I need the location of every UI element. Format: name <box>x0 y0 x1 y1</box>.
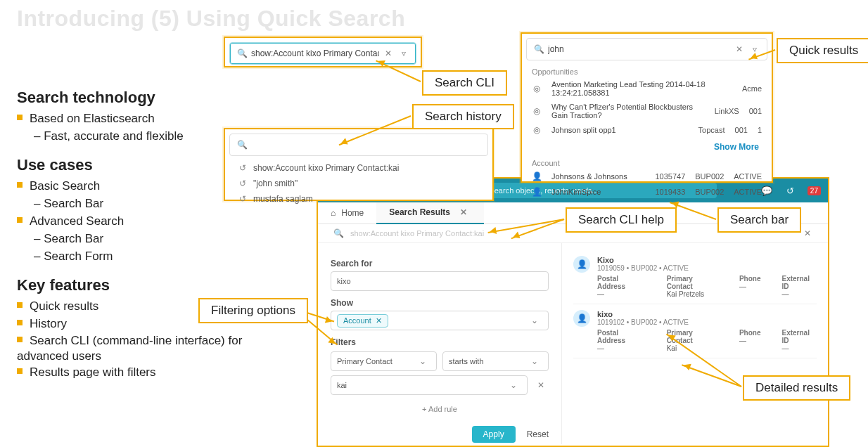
result-card[interactable]: 👤 Kixo 1019059 • BUP002 • ACTIVE Postal … <box>573 250 817 304</box>
col-value: — <box>781 290 817 298</box>
quick-search-input[interactable] <box>547 44 732 55</box>
col-value: — <box>739 283 761 290</box>
quick-result-col: LinkXS <box>715 107 739 115</box>
quick-section-opps: Opportunities <box>522 65 772 77</box>
callout-cli-help: Search CLI help <box>566 207 677 233</box>
filter-value-text: kai <box>337 381 347 389</box>
col-value: — <box>597 290 646 298</box>
quick-search-field[interactable]: 🔍 ✕ ▿ <box>526 38 767 60</box>
callout-search-history: Search history <box>412 104 514 129</box>
callout-search-bar: Search bar <box>717 207 801 233</box>
search-icon: 🔍 <box>534 44 544 54</box>
detail-panel: 👤 Kixo 1019059 • BUP002 • ACTIVE Postal … <box>562 243 828 444</box>
add-rule-button[interactable]: + Add rule <box>331 405 549 413</box>
result-meta: 1019059 • BUP002 • ACTIVE <box>597 264 817 272</box>
filter-panel: Search for kixo Show Account✕ ⌄ Filters … <box>318 243 562 444</box>
filter-icon[interactable]: ▿ <box>399 48 409 58</box>
quick-result-col: 001 <box>749 107 762 115</box>
col-header: Primary Contact <box>667 275 718 290</box>
close-icon[interactable]: ✕ <box>459 207 468 217</box>
filter-field-select[interactable]: Primary Contact⌄ <box>331 351 437 371</box>
quick-result-col: Acme <box>742 84 762 93</box>
clear-icon[interactable]: ✕ <box>734 44 744 54</box>
avatar-icon: 👤 <box>573 256 590 273</box>
history-item-label: mustafa saglam <box>253 194 313 204</box>
show-select[interactable]: Account✕ ⌄ <box>331 311 549 330</box>
search-icon: 🔍 <box>333 228 343 238</box>
filter-op-select[interactable]: starts with⌄ <box>442 351 549 371</box>
history-item[interactable]: ↺show:Account kixo Primary Contact:kai <box>225 160 492 176</box>
person-icon: 👤 <box>532 171 542 181</box>
chevron-down-icon: ⌄ <box>418 356 428 366</box>
chevron-down-icon: ⌄ <box>530 356 540 366</box>
cli-search-popup: 🔍 ✕ ▿ <box>224 37 422 67</box>
quick-result-row[interactable]: 👤JohnKimSpice1019433BUP002ACTIVE <box>522 184 772 200</box>
result-name: kixo <box>597 310 817 318</box>
clock-icon: ↺ <box>238 163 248 173</box>
result-meta: 1019102 • BUP002 • ACTIVE <box>597 318 817 326</box>
quick-result-col: 001 <box>735 126 748 134</box>
quick-result-col: 1 <box>758 126 762 134</box>
avatar-icon: 👤 <box>573 310 590 327</box>
cli-search-field[interactable]: 🔍 ✕ ▿ <box>229 42 416 65</box>
heading-search-tech: Search technology <box>17 89 284 107</box>
quick-result-title: JohnKimSpice <box>551 188 645 196</box>
quick-result-title: Avention Marketing Lead Testing 2014-04-… <box>551 80 732 97</box>
history-item-label: "john smith" <box>253 179 298 188</box>
search-for-input[interactable]: kixo <box>331 271 549 291</box>
bullet-cli: Search CLI (command-line interface) for … <box>17 333 284 363</box>
tab-label: Search Results <box>389 207 450 217</box>
clear-icon[interactable]: ✕ <box>383 48 393 58</box>
quick-result-row[interactable]: 👤Johnsons & Johnsons1035747BUP002ACTIVE <box>522 169 772 184</box>
quick-result-row[interactable]: ◎Avention Marketing Lead Testing 2014-04… <box>522 77 772 100</box>
subbullet-adv-form: Search Form <box>17 249 284 265</box>
filter-field-value: Primary Contact <box>337 357 392 365</box>
reset-button[interactable]: Reset <box>527 429 549 439</box>
search-for-value: kixo <box>337 277 351 285</box>
bullet-elastic: Based on Elasticsearch <box>17 111 284 127</box>
cli-help-placeholder: show:Account kixo Primary Contact:kai <box>350 229 484 238</box>
label-show: Show <box>331 298 549 308</box>
chevron-down-icon: ⌄ <box>509 380 518 390</box>
person-icon: 👤 <box>532 187 542 197</box>
home-icon: ⌂ <box>331 208 336 218</box>
callout-search-cli: Search CLI <box>422 70 507 96</box>
filter-value-input[interactable]: kai⌄ <box>331 375 528 395</box>
quick-result-col: ACTIVE <box>734 172 762 181</box>
col-value: — <box>597 344 646 352</box>
quick-results-popup: 🔍 ✕ ▿ Opportunities ◎Avention Marketing … <box>521 32 773 183</box>
filter-op-value: starts with <box>449 357 484 365</box>
show-chip[interactable]: Account✕ <box>337 314 388 328</box>
quick-result-title: Why Can't Pfizer's Potential Blockbuster… <box>551 103 705 119</box>
quick-result-col: BUP002 <box>695 172 724 181</box>
faded-title: Introducing (5) Using Quick Search <box>17 6 405 32</box>
opportunity-icon: ◎ <box>532 125 542 135</box>
close-icon[interactable]: ✕ <box>803 228 812 238</box>
opportunity-icon: ◎ <box>532 84 542 93</box>
subbullet-adv-bar: Search Bar <box>17 231 284 247</box>
quick-result-title: Johnsons & Johnsons <box>551 172 645 181</box>
quick-result-title: Johnson split opp1 <box>551 126 689 134</box>
search-icon: 🔍 <box>237 140 247 150</box>
quick-result-row[interactable]: ◎Johnson split opp1Topcast0011 <box>522 122 772 138</box>
apply-button[interactable]: Apply <box>472 426 516 443</box>
col-header: Postal Address <box>597 329 646 344</box>
history-item[interactable]: ↺"john smith" <box>225 176 492 191</box>
left-column: Search technology Based on Elasticsearch… <box>17 77 284 382</box>
result-card[interactable]: 👤 kixo 1019102 • BUP002 • ACTIVE Postal … <box>573 304 817 358</box>
remove-rule-icon[interactable]: ✕ <box>536 380 546 390</box>
history-search-input[interactable] <box>250 139 483 150</box>
cli-search-input[interactable] <box>250 48 381 59</box>
show-more-link[interactable]: Show More <box>522 138 772 156</box>
chip-remove-icon[interactable]: ✕ <box>376 316 382 325</box>
clock-icon: ↺ <box>238 179 248 188</box>
history-item[interactable]: ↺mustafa saglam <box>225 191 492 207</box>
callout-quick-results: Quick results <box>777 38 868 63</box>
label-filters: Filters <box>331 337 549 347</box>
notification-badge[interactable]: 27 <box>808 186 821 195</box>
chip-label: Account <box>343 316 371 325</box>
history-icon[interactable]: ↺ <box>784 186 798 196</box>
callout-filtering: Filtering options <box>198 298 308 323</box>
quick-result-col: ACTIVE <box>734 188 762 196</box>
quick-result-row[interactable]: ◎Why Can't Pfizer's Potential Blockbuste… <box>522 100 772 122</box>
